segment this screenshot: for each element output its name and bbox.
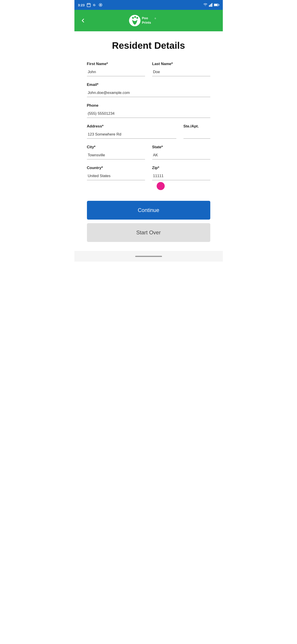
phone-group: Phone xyxy=(87,103,210,118)
svg-point-6 xyxy=(100,4,101,6)
svg-rect-13 xyxy=(219,4,219,5)
battery-icon xyxy=(214,3,219,6)
logo-area: Poo Prints ® xyxy=(88,14,219,27)
svg-point-15 xyxy=(132,17,134,19)
svg-rect-0 xyxy=(87,3,90,7)
continue-button[interactable]: Continue xyxy=(87,201,210,220)
email-row: Email* xyxy=(87,82,210,97)
zip-input[interactable] xyxy=(152,172,210,180)
slider-indicator xyxy=(157,182,165,190)
home-indicator xyxy=(135,256,162,257)
button-area: Continue Start Over xyxy=(87,201,210,242)
country-zip-row: Country* Zip* xyxy=(87,166,210,190)
suite-label: Ste./Apt. xyxy=(184,124,210,128)
country-label: Country* xyxy=(87,166,145,170)
suite-group: Ste./Apt. xyxy=(184,124,210,139)
suite-input[interactable] xyxy=(184,130,210,139)
svg-text:G: G xyxy=(93,3,95,7)
svg-text:Poo: Poo xyxy=(142,16,148,20)
phone-label: Phone xyxy=(87,103,210,108)
address-row: Address* Ste./Apt. xyxy=(87,124,210,139)
last-name-label: Last Name* xyxy=(152,62,210,66)
zip-label: Zip* xyxy=(152,166,210,170)
svg-point-17 xyxy=(136,17,138,19)
city-label: City* xyxy=(87,145,145,149)
last-name-group: Last Name* xyxy=(152,62,210,76)
email-input[interactable] xyxy=(87,89,210,97)
email-group: Email* xyxy=(87,82,210,97)
phone-input[interactable] xyxy=(87,110,210,118)
address-input[interactable] xyxy=(87,130,176,139)
last-name-input[interactable] xyxy=(152,68,210,76)
back-icon xyxy=(80,18,86,24)
calendar-icon xyxy=(86,3,91,7)
first-name-input[interactable] xyxy=(87,68,145,76)
city-state-row: City* State* xyxy=(87,145,210,160)
svg-rect-7 xyxy=(209,5,210,7)
status-bar: 3:23 G xyxy=(74,0,223,10)
city-group: City* xyxy=(87,145,145,160)
header: Poo Prints ® xyxy=(74,10,223,31)
svg-rect-9 xyxy=(211,4,211,7)
svg-point-16 xyxy=(134,16,136,18)
page-title: Resident Details xyxy=(87,40,210,51)
status-time: 3:23 G xyxy=(78,3,103,7)
email-label: Email* xyxy=(87,82,210,87)
status-icons xyxy=(203,3,219,7)
state-label: State* xyxy=(152,145,210,149)
svg-text:Prints: Prints xyxy=(142,21,151,24)
svg-text:®: ® xyxy=(154,18,156,20)
start-over-button[interactable]: Start Over xyxy=(87,223,210,242)
first-name-label: First Name* xyxy=(87,62,145,66)
back-button[interactable] xyxy=(78,16,88,24)
phone-row: Phone xyxy=(87,103,210,118)
google-icon: G xyxy=(93,3,97,7)
first-name-group: First Name* xyxy=(87,62,145,76)
pooprints-logo: Poo Prints ® xyxy=(128,14,179,27)
vpn-icon xyxy=(99,3,103,7)
signal-icon xyxy=(209,3,213,7)
svg-rect-10 xyxy=(212,3,212,7)
zip-group: Zip* xyxy=(152,166,210,190)
name-row: First Name* Last Name* xyxy=(87,62,210,76)
city-input[interactable] xyxy=(87,151,145,160)
state-input[interactable] xyxy=(152,151,210,160)
bottom-nav xyxy=(74,251,223,262)
state-group: State* xyxy=(152,145,210,160)
country-group: Country* xyxy=(87,166,145,190)
country-input[interactable] xyxy=(87,172,145,180)
svg-rect-8 xyxy=(210,4,211,7)
address-label: Address* xyxy=(87,124,176,128)
address-group: Address* xyxy=(87,124,176,139)
wifi-icon xyxy=(203,3,208,7)
main-content: Resident Details First Name* Last Name* … xyxy=(74,31,223,251)
svg-rect-12 xyxy=(214,4,218,6)
